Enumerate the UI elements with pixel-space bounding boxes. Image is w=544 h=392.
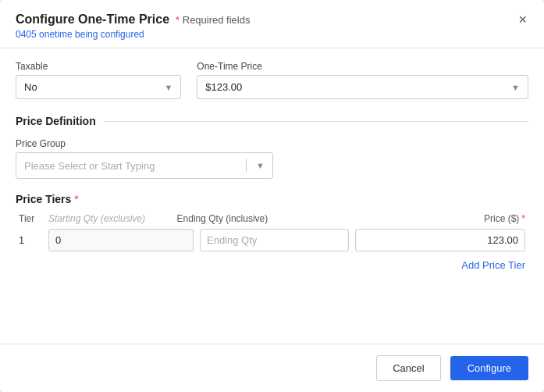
tier-table: Tier Starting Qty (exclusive) Ending Qty… <box>16 213 528 251</box>
starting-qty-input[interactable] <box>48 229 194 251</box>
configure-button[interactable]: Configure <box>450 356 528 380</box>
required-star: * <box>176 14 183 26</box>
col-header-tier: Tier <box>19 213 42 224</box>
modal-title: Configure One-Time Price <box>16 12 169 27</box>
add-price-tier-row: Add Price Tier <box>16 259 528 271</box>
modal-body: Taxable No ▼ One-Time Price $123.00 ▼ Pr… <box>0 48 544 344</box>
tier-table-header: Tier Starting Qty (exclusive) Ending Qty… <box>16 213 528 224</box>
price-tiers-header: Price Tiers * <box>16 193 528 205</box>
required-fields-label: * Required fields <box>176 14 250 26</box>
close-button[interactable]: × <box>514 11 532 28</box>
modal-subtitle: 0405 onetime being configured <box>16 29 528 40</box>
table-row: 1 <box>16 229 528 251</box>
taxable-chevron-icon: ▼ <box>164 83 172 92</box>
price-definition-title: Price Definition <box>16 115 96 127</box>
tier-number: 1 <box>19 234 42 246</box>
price-input[interactable] <box>355 229 525 251</box>
ending-qty-input[interactable] <box>200 229 349 251</box>
price-group-field-group: Price Group Please Select or Start Typin… <box>16 138 528 179</box>
cancel-button[interactable]: Cancel <box>376 355 440 381</box>
modal-header: Configure One-Time Price * Required fiel… <box>0 0 544 48</box>
taxable-select[interactable]: No ▼ <box>16 75 181 99</box>
price-tiers-required-star: * <box>74 193 78 205</box>
taxable-value: No <box>24 81 37 93</box>
price-group-placeholder: Please Select or Start Typing <box>24 160 155 172</box>
price-group-chevron-icon: ▼ <box>256 161 265 170</box>
otp-field-group: One-Time Price $123.00 ▼ <box>197 61 528 99</box>
price-tiers-section: Price Tiers * Tier Starting Qty (exclusi… <box>16 193 528 271</box>
top-fields-row: Taxable No ▼ One-Time Price $123.00 ▼ <box>16 61 528 99</box>
col-header-ending: Ending Qty (inclusive) <box>177 213 336 224</box>
divider-line <box>104 121 528 122</box>
otp-select[interactable]: $123.00 ▼ <box>197 75 528 99</box>
modal-footer: Cancel Configure <box>0 344 544 392</box>
taxable-field-group: Taxable No ▼ <box>16 61 181 99</box>
configure-modal: Configure One-Time Price * Required fiel… <box>0 0 544 392</box>
col-header-starting: Starting Qty (exclusive) <box>48 213 171 224</box>
taxable-label: Taxable <box>16 61 181 72</box>
col-header-price: Price ($) * <box>342 213 525 224</box>
price-tiers-title: Price Tiers <box>16 193 71 205</box>
price-definition-divider: Price Definition <box>16 115 528 127</box>
price-group-label: Price Group <box>16 138 528 149</box>
price-group-select[interactable]: Please Select or Start Typing ▼ <box>16 152 273 179</box>
otp-label: One-Time Price <box>197 61 528 72</box>
otp-chevron-icon: ▼ <box>511 83 520 92</box>
add-price-tier-button[interactable]: Add Price Tier <box>461 259 525 271</box>
otp-value: $123.00 <box>205 81 242 93</box>
